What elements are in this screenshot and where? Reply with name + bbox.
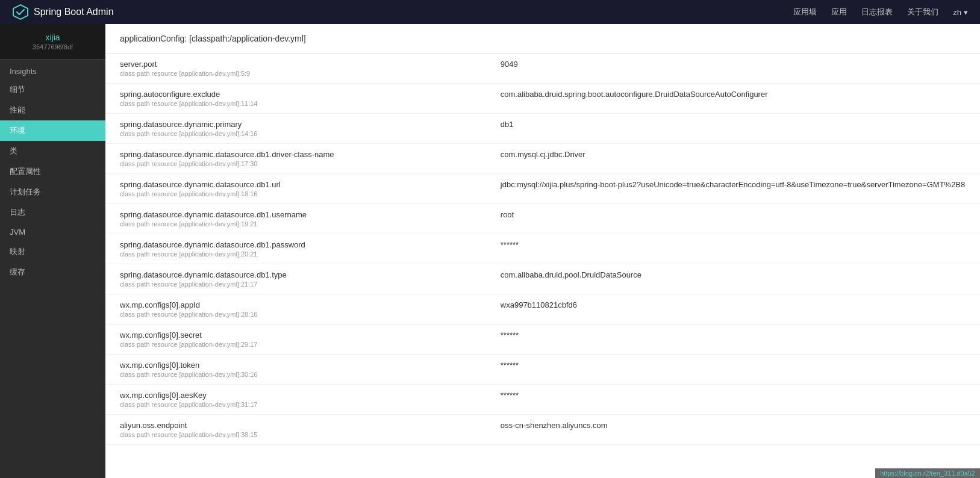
table-row: wx.mp.configs[0].appId class path resour…	[105, 294, 980, 324]
config-key: wx.mp.configs[0].appId	[120, 300, 488, 309]
table-row: server.port class path resource [applica…	[105, 54, 980, 84]
config-value: db1	[501, 120, 966, 129]
page-header: applicationConfig: [classpath:/applicati…	[105, 24, 980, 54]
config-value: com.mysql.cj.jdbc.Driver	[501, 150, 966, 159]
page-title: applicationConfig: [classpath:/applicati…	[120, 34, 306, 43]
language-selector[interactable]: zh ▾	[953, 8, 968, 17]
spring-boot-admin-logo-icon	[12, 4, 29, 20]
config-value: ******	[501, 240, 966, 249]
table-row: spring.datasource.dynamic.datasource.db1…	[105, 204, 980, 234]
config-value: jdbc:mysql://xijia.plus/spring-boot-plus…	[501, 180, 966, 189]
sidebar-item-label-config-props: 配置属性	[10, 166, 41, 177]
config-key: wx.mp.configs[0].token	[120, 361, 488, 370]
config-value: ******	[501, 331, 966, 340]
config-source: class path resource [application-dev.yml…	[120, 220, 488, 228]
topnav-left: Spring Boot Admin	[12, 4, 114, 20]
sidebar-item-label-performance: 性能	[10, 105, 25, 116]
sidebar-item-classes[interactable]: 类	[0, 141, 105, 161]
sidebar-item-label-classes: 类	[10, 146, 17, 157]
sidebar-item-cache[interactable]: 缓存	[0, 262, 105, 282]
table-row: wx.mp.configs[0].secret class path resou…	[105, 324, 980, 355]
config-value: ******	[501, 361, 966, 370]
config-key-col: spring.datasource.dynamic.datasource.db1…	[120, 240, 501, 258]
sidebar-item-label-scheduled: 计划任务	[10, 187, 41, 197]
nav-about[interactable]: 关于我们	[907, 7, 938, 17]
table-row: spring.datasource.dynamic.datasource.db1…	[105, 234, 980, 264]
config-key: spring.datasource.dynamic.datasource.db1…	[120, 180, 488, 189]
config-value: com.alibaba.druid.spring.boot.autoconfig…	[501, 90, 966, 99]
nav-app[interactable]: 应用	[831, 7, 847, 17]
topnav: Spring Boot Admin 应用墙 应用 日志报表 关于我们 zh ▾	[0, 0, 980, 24]
config-key: aliyun.oss.endpoint	[120, 421, 488, 430]
status-url: https://blog.cn.r2/ten_311.d0a52	[880, 470, 975, 477]
config-key-col: spring.datasource.dynamic.datasource.db1…	[120, 150, 501, 167]
main-content: applicationConfig: [classpath:/applicati…	[105, 24, 980, 478]
config-source: class path resource [application-dev.yml…	[120, 431, 488, 438]
topnav-right: 应用墙 应用 日志报表 关于我们 zh ▾	[793, 7, 968, 17]
config-key: wx.mp.configs[0].aesKey	[120, 391, 488, 400]
config-source: class path resource [application-dev.yml…	[120, 341, 488, 348]
config-key-col: wx.mp.configs[0].secret class path resou…	[120, 331, 501, 348]
sidebar-item-details[interactable]: 细节	[0, 79, 105, 100]
sidebar-item-label-logs: 日志	[10, 207, 25, 218]
config-key: spring.datasource.dynamic.datasource.db1…	[120, 240, 488, 249]
table-row: wx.mp.configs[0].token class path resour…	[105, 355, 980, 385]
config-value: ******	[501, 391, 966, 400]
config-value: com.alibaba.druid.pool.DruidDataSource	[501, 270, 966, 279]
config-key-col: wx.mp.configs[0].token class path resour…	[120, 361, 501, 378]
config-key-col: spring.datasource.dynamic.primary class …	[120, 120, 501, 137]
sidebar-user-block: xijia 35477696f8df	[0, 24, 105, 60]
config-source: class path resource [application-dev.yml…	[120, 100, 488, 107]
config-key-col: aliyun.oss.endpoint class path resource …	[120, 421, 501, 438]
topnav-logo: Spring Boot Admin	[12, 4, 114, 20]
sidebar-item-environment[interactable]: 环境	[0, 120, 105, 141]
sidebar-username: xijia	[7, 33, 98, 42]
sidebar: xijia 35477696f8df Insights 细节 性能 环境 类 配…	[0, 24, 105, 478]
config-value: wxa997b110821cbfd6	[501, 300, 966, 309]
config-value: 9049	[501, 60, 966, 69]
config-key: spring.datasource.dynamic.datasource.db1…	[120, 150, 488, 159]
app-title: Spring Boot Admin	[34, 7, 114, 17]
config-key: spring.autoconfigure.exclude	[120, 90, 488, 99]
config-source: class path resource [application-dev.yml…	[120, 160, 488, 167]
config-key: server.port	[120, 60, 488, 69]
sidebar-item-label-environment: 环境	[10, 125, 25, 136]
config-source: class path resource [application-dev.yml…	[120, 190, 488, 197]
language-label: zh	[953, 8, 961, 17]
svg-marker-0	[13, 5, 28, 19]
config-value: root	[501, 210, 966, 219]
config-source: class path resource [application-dev.yml…	[120, 281, 488, 288]
sidebar-item-label-details: 细节	[10, 84, 25, 95]
config-key: spring.datasource.dynamic.datasource.db1…	[120, 210, 488, 219]
status-bar: https://blog.cn.r2/ten_311.d0a52	[875, 468, 980, 478]
nav-app-wall[interactable]: 应用墙	[793, 7, 817, 17]
config-source: class path resource [application-dev.yml…	[120, 70, 488, 77]
sidebar-item-performance[interactable]: 性能	[0, 100, 105, 120]
config-value: oss-cn-shenzhen.aliyuncs.com	[501, 421, 966, 430]
config-source: class path resource [application-dev.yml…	[120, 401, 488, 408]
table-row: wx.mp.configs[0].aesKey class path resou…	[105, 385, 980, 415]
table-row: spring.datasource.dynamic.datasource.db1…	[105, 174, 980, 204]
config-key-col: wx.mp.configs[0].aesKey class path resou…	[120, 391, 501, 408]
sidebar-item-label-cache: 缓存	[10, 267, 25, 278]
config-key-col: spring.datasource.dynamic.datasource.db1…	[120, 270, 501, 288]
table-row: spring.datasource.dynamic.primary class …	[105, 114, 980, 144]
config-key-col: wx.mp.configs[0].appId class path resour…	[120, 300, 501, 318]
table-row: spring.datasource.dynamic.datasource.db1…	[105, 144, 980, 174]
sidebar-item-logs[interactable]: 日志	[0, 202, 105, 223]
config-key-col: spring.datasource.dynamic.datasource.db1…	[120, 210, 501, 228]
sidebar-item-jvm[interactable]: JVM	[0, 223, 105, 241]
nav-log-report[interactable]: 日志报表	[861, 7, 893, 17]
sidebar-item-label-mappings: 映射	[10, 246, 25, 257]
layout: xijia 35477696f8df Insights 细节 性能 环境 类 配…	[0, 24, 980, 478]
table-row: spring.autoconfigure.exclude class path …	[105, 84, 980, 114]
config-source: class path resource [application-dev.yml…	[120, 130, 488, 137]
sidebar-item-label-jvm: JVM	[10, 228, 25, 237]
config-table: server.port class path resource [applica…	[105, 54, 980, 445]
chevron-down-icon: ▾	[964, 8, 968, 17]
sidebar-item-mappings[interactable]: 映射	[0, 241, 105, 262]
config-key: wx.mp.configs[0].secret	[120, 331, 488, 340]
sidebar-user-id: 35477696f8df	[7, 43, 98, 51]
sidebar-item-scheduled-tasks[interactable]: 计划任务	[0, 182, 105, 202]
sidebar-item-config-props[interactable]: 配置属性	[0, 161, 105, 182]
